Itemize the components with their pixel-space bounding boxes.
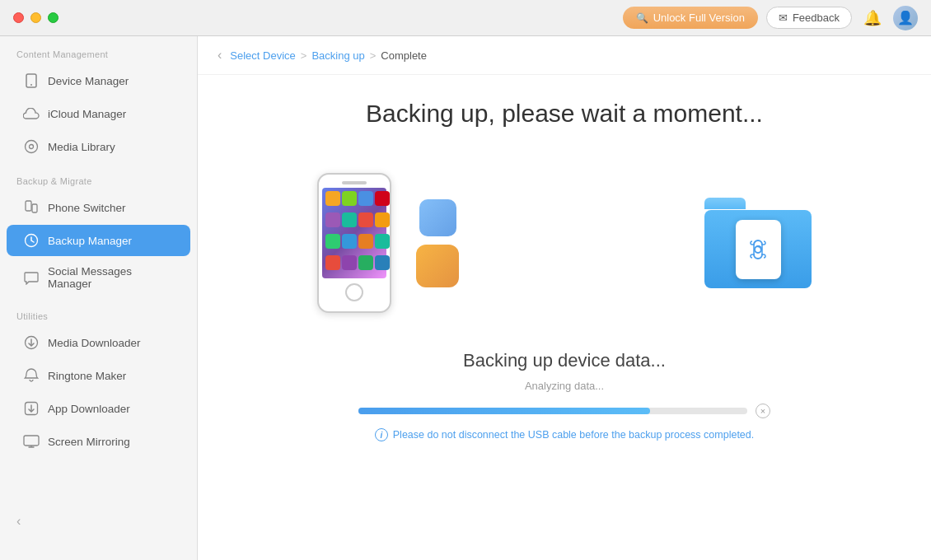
info-icon: i <box>375 428 388 441</box>
minimize-button[interactable] <box>30 12 41 23</box>
sidebar-item-media-library[interactable]: Media Library <box>7 131 190 162</box>
svg-rect-4 <box>26 201 31 211</box>
phone-switcher-label: Phone Switcher <box>48 202 126 214</box>
icloud-icon <box>23 105 40 122</box>
media-downloader-icon <box>23 334 40 351</box>
folder-body <box>704 210 812 288</box>
social-messages-label: Social Messages Manager <box>48 265 174 290</box>
phone-home-button <box>345 283 363 301</box>
media-library-icon <box>23 138 40 155</box>
status-title: Backing up device data... <box>463 350 666 371</box>
animation-area <box>317 161 812 325</box>
title-bar-right: 🔍 Unlock Full Version ✉ Feedback 🔔 👤 <box>623 6 918 30</box>
breadcrumb-separator-2: > <box>370 49 377 62</box>
content-area: ‹ Select Device > Backing up > Complete … <box>198 36 931 560</box>
ringtone-maker-icon <box>23 367 40 384</box>
breadcrumb-step-2[interactable]: Backing up <box>311 49 364 62</box>
warning-message: Please do not disconnect the USB cable b… <box>393 429 754 441</box>
svg-point-1 <box>30 84 32 86</box>
sidebar-item-icloud-manager[interactable]: iCloud Manager <box>7 98 190 129</box>
main-content: Backing up, please wait a moment... <box>198 75 931 560</box>
feedback-label: Feedback <box>793 12 840 24</box>
cancel-icon: × <box>760 406 765 416</box>
breadcrumb-step-1[interactable]: Select Device <box>230 49 295 62</box>
phone-speaker <box>342 181 367 184</box>
device-manager-label: Device Manager <box>48 75 129 87</box>
sidebar-item-media-downloader[interactable]: Media Downloader <box>7 327 190 358</box>
sidebar-item-phone-switcher[interactable]: Phone Switcher <box>7 192 190 223</box>
progress-cancel-button[interactable]: × <box>756 404 770 418</box>
app-downloader-icon <box>23 400 40 417</box>
phone-switcher-icon <box>23 199 40 216</box>
backup-folder-illustration <box>704 198 812 288</box>
section-label-content: Content Management <box>0 36 197 64</box>
section-label-backup: Backup & Migrate <box>0 163 197 191</box>
bell-icon: 🔔 <box>863 9 882 27</box>
social-messages-icon <box>23 269 40 286</box>
icloud-manager-label: iCloud Manager <box>48 108 126 120</box>
sidebar-item-app-downloader[interactable]: App Downloader <box>7 393 190 424</box>
backup-manager-icon <box>23 232 40 249</box>
svg-rect-5 <box>32 204 37 212</box>
sidebar-item-screen-mirroring[interactable]: Screen Mirroring <box>7 426 190 457</box>
warning-text-container: i Please do not disconnect the USB cable… <box>375 428 754 441</box>
folder-tab <box>704 198 746 209</box>
ringtone-maker-label: Ringtone Maker <box>48 370 126 382</box>
screen-mirroring-label: Screen Mirroring <box>48 436 130 448</box>
sidebar-item-backup-manager[interactable]: Backup Manager <box>7 225 190 256</box>
avatar[interactable]: 👤 <box>893 6 918 30</box>
folder-phone-icon <box>736 220 781 279</box>
email-icon: ✉ <box>779 12 788 24</box>
traffic-lights <box>13 12 58 23</box>
svg-rect-9 <box>24 436 39 446</box>
breadcrumb: ‹ Select Device > Backing up > Complete <box>198 36 931 75</box>
app-downloader-label: App Downloader <box>48 403 130 415</box>
backup-manager-label: Backup Manager <box>48 235 132 247</box>
sidebar-bottom: ‹ <box>0 499 197 544</box>
avatar-icon: 👤 <box>897 10 914 26</box>
main-layout: Content Management Device Manager iCloud… <box>0 36 931 560</box>
sidebar-item-social-messages[interactable]: Social Messages Manager <box>7 258 190 297</box>
sidebar: Content Management Device Manager iCloud… <box>0 36 198 560</box>
media-downloader-label: Media Downloader <box>48 337 141 349</box>
phone-device <box>317 173 391 313</box>
device-manager-icon <box>23 72 40 89</box>
sidebar-item-ringtone-maker[interactable]: Ringtone Maker <box>7 360 190 391</box>
sidebar-item-device-manager[interactable]: Device Manager <box>7 65 190 96</box>
unlock-label: Unlock Full Version <box>653 12 745 24</box>
svg-point-3 <box>30 145 34 149</box>
page-title: Backing up, please wait a moment... <box>366 100 763 128</box>
progress-bar-container: × <box>358 404 770 418</box>
breadcrumb-separator-1: > <box>301 49 307 62</box>
screen-mirroring-icon <box>23 433 40 450</box>
unlock-button[interactable]: 🔍 Unlock Full Version <box>623 7 758 29</box>
status-subtitle: Analyzing data... <box>525 380 604 392</box>
progress-bar-fill <box>358 408 650 414</box>
breadcrumb-step-3: Complete <box>381 49 427 62</box>
feedback-button[interactable]: ✉ Feedback <box>766 7 852 29</box>
breadcrumb-back-arrow[interactable]: ‹ <box>218 48 222 63</box>
collapse-sidebar-button[interactable]: ‹ <box>7 507 30 535</box>
floating-blocks <box>416 199 459 287</box>
close-button[interactable] <box>13 12 24 23</box>
progress-bar-track <box>358 408 747 414</box>
progress-section: Backing up device data... Analyzing data… <box>358 350 770 441</box>
section-label-utilities: Utilities <box>0 298 197 326</box>
float-block-orange <box>416 245 459 287</box>
phone-illustration <box>317 173 391 313</box>
media-library-label: Media Library <box>48 141 115 153</box>
lock-icon: 🔍 <box>636 12 648 24</box>
phone-screen <box>322 188 386 278</box>
title-bar: 🔍 Unlock Full Version ✉ Feedback 🔔 👤 <box>0 0 931 36</box>
maximize-button[interactable] <box>48 12 58 23</box>
svg-point-2 <box>26 141 38 153</box>
float-block-blue <box>419 199 456 236</box>
notification-button[interactable]: 🔔 <box>860 6 885 30</box>
